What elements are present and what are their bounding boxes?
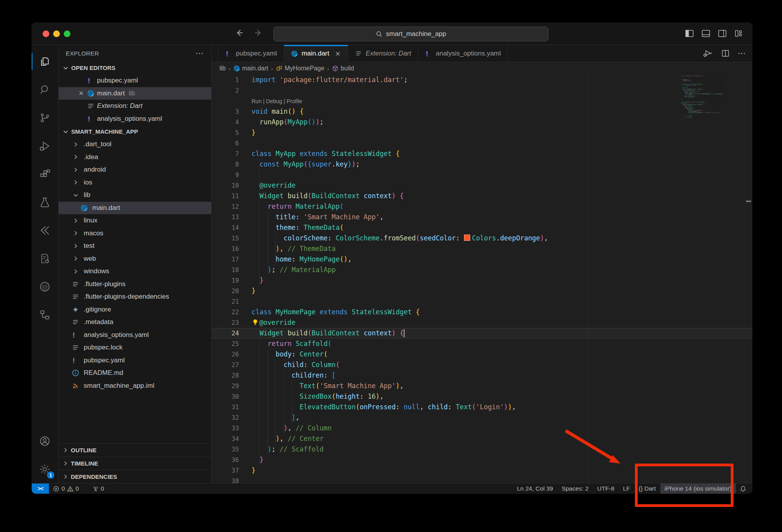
code-line-1: 1import 'package:flutter/material.dart';	[212, 75, 752, 85]
tree-item[interactable]: .idea	[59, 151, 211, 164]
open-editor-item[interactable]: !analysis_options.yaml	[59, 113, 211, 125]
open-editor-item[interactable]: !pubspec.yaml	[59, 74, 211, 87]
tree-item[interactable]: .dart_tool	[59, 138, 211, 151]
chevron-right-slot	[70, 229, 81, 237]
status-eol[interactable]: LF	[619, 484, 635, 494]
tree-item[interactable]: !analysis_options.yaml	[59, 329, 211, 342]
sidebar-section-dependencies[interactable]: DEPENDENCIES	[59, 470, 211, 483]
tree-item[interactable]: web	[59, 253, 211, 265]
activity-search[interactable]	[32, 75, 58, 104]
tab-analysis-options-yaml[interactable]: !analysis_options.yaml	[418, 45, 508, 62]
zoom-window-button[interactable]	[64, 30, 70, 37]
toggle-secondary-sidebar-icon[interactable]	[717, 29, 727, 38]
project-section-header[interactable]: SMART_MACHINE_APP	[59, 125, 211, 138]
activity-references[interactable]	[32, 301, 58, 329]
tree-item[interactable]: .metadata	[59, 316, 211, 329]
activity-testing[interactable]	[32, 188, 58, 216]
code-line-33: 33 ), // Column	[212, 423, 752, 433]
dart-code-icon	[39, 253, 51, 265]
activity-account[interactable]	[32, 427, 58, 455]
status-encoding[interactable]: UTF-8	[593, 484, 619, 494]
yaml-icon: !	[72, 331, 79, 339]
tree-item[interactable]: .flutter-plugins	[59, 278, 211, 291]
tree-item[interactable]: macos	[59, 227, 211, 240]
breadcrumb-item[interactable]: build	[332, 65, 354, 72]
chevron-right-slot	[70, 217, 81, 224]
close-icon[interactable]	[334, 50, 341, 57]
text-cursor	[404, 329, 404, 337]
lightbulb-icon[interactable]	[252, 319, 259, 326]
close-window-button[interactable]	[43, 30, 49, 37]
activity-dart-code[interactable]	[32, 244, 58, 272]
toggle-sidebar-icon[interactable]	[685, 29, 694, 38]
tab-main-dart[interactable]: main.dart	[284, 45, 348, 62]
tree-item[interactable]: !pubspec.yaml	[59, 354, 211, 367]
tree-item[interactable]: .flutter-plugins-dependencies	[59, 290, 211, 303]
status-cursor-position[interactable]: Ln 24, Col 39	[512, 484, 557, 494]
code-text: ), // Column	[239, 423, 332, 433]
run-debug-button[interactable]	[703, 49, 713, 58]
activity-settings[interactable]: 1	[32, 455, 58, 483]
explorer-more-actions-icon[interactable]: ⋯	[196, 48, 204, 58]
tab-pubspec-yaml[interactable]: !pubspec.yaml	[218, 45, 284, 62]
code-editor[interactable]: 1import 'package:flutter/material.dart';…	[212, 75, 752, 483]
activity-github[interactable]	[32, 272, 58, 301]
close-slot[interactable]	[75, 90, 87, 97]
line-number: 32	[212, 412, 239, 423]
ports-status[interactable]: 0	[88, 484, 108, 494]
tree-item[interactable]: linux	[59, 214, 211, 227]
line-number: 19	[212, 275, 239, 286]
more-actions-icon[interactable]: ⋯	[738, 48, 746, 58]
tree-item-label: ios	[84, 179, 92, 186]
tree-item[interactable]: android	[59, 163, 211, 176]
open-editor-label: analysis_options.yaml	[97, 115, 162, 123]
tree-item[interactable]: lib	[59, 189, 211, 202]
code-text: class MyApp extends StatelessWidget {	[239, 149, 400, 159]
split-editor-icon[interactable]	[721, 49, 730, 58]
forward-arrow-icon[interactable]	[253, 28, 263, 38]
breadcrumb-item[interactable]: MyHomePage	[276, 65, 324, 72]
method-icon	[332, 65, 339, 72]
activity-extensions[interactable]	[32, 160, 58, 188]
sidebar-section-outline[interactable]: OUTLINE	[59, 443, 211, 457]
open-editor-item[interactable]: main.dartlib	[59, 87, 211, 100]
annotation-red-rectangle	[635, 464, 733, 507]
tree-item[interactable]: windows	[59, 265, 211, 278]
tree-item[interactable]: .gitignore	[59, 303, 211, 316]
sidebar-section-timeline[interactable]: TIMELINE	[59, 457, 211, 470]
tree-item[interactable]: pubspec.lock	[59, 341, 211, 354]
activity-source-control[interactable]	[32, 104, 58, 132]
scrollbar[interactable]	[744, 75, 752, 483]
remote-indicator[interactable]: ><	[32, 484, 49, 494]
tree-item[interactable]: ios	[59, 176, 211, 189]
activity-run-debug[interactable]	[32, 132, 58, 160]
tab-extension-dart[interactable]: Extension: Dart	[348, 45, 418, 62]
minimap[interactable]: import 'package:flutter/material.dart';v…	[681, 75, 744, 122]
back-arrow-icon[interactable]	[234, 28, 244, 38]
open-editor-item[interactable]: Extension: Dart	[59, 100, 211, 113]
line-number: 23	[212, 317, 239, 328]
activity-flutter[interactable]	[32, 216, 58, 244]
error-count: 0	[61, 485, 65, 492]
code-text: @override	[239, 180, 296, 191]
status-indentation[interactable]: Spaces: 2	[557, 484, 593, 494]
minimize-window-button[interactable]	[53, 30, 60, 37]
breadcrumb-item[interactable]: main.dart	[233, 65, 268, 72]
code-line-19: 19 }	[212, 275, 752, 286]
activity-explorer[interactable]	[32, 47, 58, 75]
tree-item[interactable]: smart_machine_app.iml	[59, 380, 211, 392]
code-line-35: 35 ); // Scaffold	[212, 444, 752, 455]
tab-label: Extension: Dart	[366, 50, 411, 57]
codelens[interactable]: Run | Debug | Profile	[212, 96, 752, 106]
breadcrumb-item[interactable]: lib	[219, 65, 226, 72]
code-text: ), // Center	[239, 433, 324, 444]
command-center-search[interactable]: smart_machine_app	[273, 27, 548, 41]
tree-item[interactable]: test	[59, 240, 211, 253]
tree-item[interactable]: main.dart	[59, 202, 211, 215]
toggle-panel-icon[interactable]	[701, 29, 711, 38]
open-editors-section-header[interactable]: OPEN EDITORS	[59, 61, 211, 74]
notifications-bell[interactable]	[736, 484, 752, 494]
customize-layout-icon[interactable]	[734, 29, 744, 38]
tree-item[interactable]: README.md	[59, 367, 211, 380]
problems-status[interactable]: 0 0	[49, 484, 83, 494]
